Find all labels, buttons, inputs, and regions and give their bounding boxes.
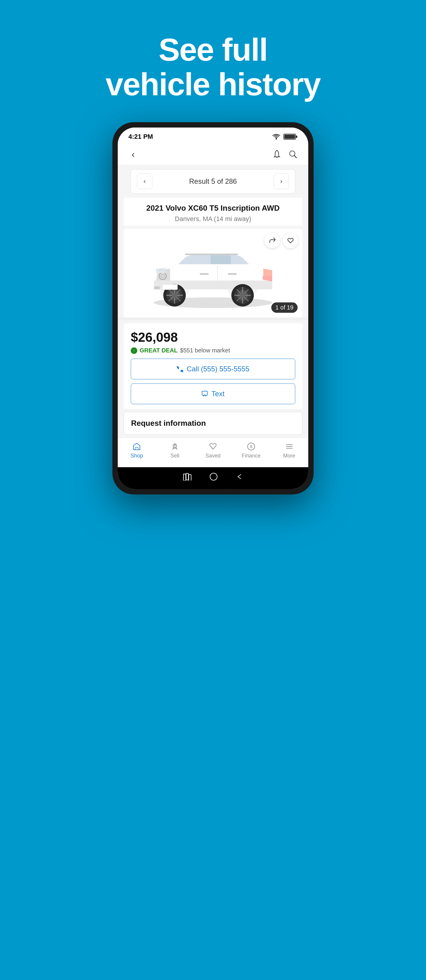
nav-more-label: More	[283, 453, 295, 459]
price-value: $26,098	[131, 330, 295, 345]
vehicle-location: Danvers, MA (14 mi away)	[130, 215, 296, 223]
status-bar: 4:21 PM	[118, 127, 308, 143]
svg-rect-3	[296, 135, 297, 138]
hero-text: See full vehicle history	[47, 33, 379, 102]
back-button[interactable]: ‹	[127, 148, 140, 161]
next-result-button[interactable]: ›	[273, 174, 289, 189]
divider1	[118, 318, 308, 320]
request-section[interactable]: Request information	[124, 412, 302, 435]
nav-shop[interactable]: Shop	[125, 442, 148, 459]
svg-rect-40	[183, 474, 186, 480]
price-section: $26,098 GREAT DEAL $551 below market	[124, 323, 302, 359]
svg-point-0	[276, 138, 277, 140]
svg-rect-30	[162, 284, 178, 290]
notification-button[interactable]	[270, 148, 283, 161]
prev-result-button[interactable]: ‹	[137, 174, 153, 189]
search-button[interactable]	[286, 148, 299, 161]
call-button[interactable]: Call (555) 555-5555	[131, 359, 295, 379]
nav-finance[interactable]: $ Finance	[239, 442, 263, 459]
phone-screen: 4:21 PM	[118, 127, 308, 489]
android-home-icon[interactable]	[210, 473, 218, 481]
call-label: Call (555) 555-5555	[187, 365, 250, 373]
svg-rect-31	[185, 254, 238, 255]
car-image-actions	[264, 233, 298, 248]
svg-point-21	[172, 293, 177, 298]
phone-container: 4:21 PM	[113, 122, 313, 495]
cta-section: Call (555) 555-5555 Text	[124, 359, 302, 409]
text-button[interactable]: Text	[131, 383, 295, 404]
svg-rect-43	[210, 473, 217, 480]
bottom-nav: Shop Sell Saved	[118, 438, 308, 467]
nav-sell[interactable]: Sell	[163, 442, 187, 459]
status-icons	[272, 133, 297, 140]
nav-more[interactable]: More	[278, 442, 301, 459]
battery-icon	[283, 133, 297, 140]
car-image-container: 1 of 19	[124, 229, 302, 318]
deal-sub: $551 below market	[180, 347, 230, 354]
text-label: Text	[211, 390, 224, 398]
svg-rect-42	[189, 475, 191, 480]
header-right	[270, 148, 299, 161]
share-button[interactable]	[264, 233, 280, 248]
result-nav: ‹ Result 5 of 286 ›	[131, 169, 295, 194]
nav-saved-label: Saved	[205, 453, 220, 459]
hero-section: See full vehicle history	[0, 0, 426, 122]
nav-shop-label: Shop	[130, 453, 143, 459]
phone-shell: 4:21 PM	[113, 122, 313, 495]
favorite-button[interactable]	[283, 233, 298, 248]
status-time: 4:21 PM	[129, 133, 153, 140]
android-bar	[118, 467, 308, 489]
svg-text:$: $	[250, 444, 252, 449]
deal-icon	[131, 347, 137, 354]
svg-rect-9	[228, 273, 237, 275]
vehicle-title: 2021 Volvo XC60 T5 Inscription AWD	[130, 204, 296, 213]
nav-finance-label: Finance	[242, 453, 261, 459]
svg-rect-8	[200, 273, 208, 275]
svg-line-5	[294, 156, 296, 158]
android-recent-icon[interactable]	[183, 473, 192, 480]
nav-sell-label: Sell	[170, 453, 179, 459]
android-back-icon[interactable]	[235, 473, 243, 480]
deal-badge: GREAT DEAL $551 below market	[131, 347, 295, 354]
svg-rect-2	[284, 135, 295, 139]
svg-rect-41	[186, 473, 188, 480]
deal-label: GREAT DEAL	[140, 347, 178, 354]
request-title: Request information	[131, 419, 295, 428]
wifi-icon	[272, 134, 280, 140]
image-counter: 1 of 19	[271, 302, 297, 313]
svg-point-29	[240, 293, 245, 298]
nav-saved[interactable]: Saved	[201, 442, 225, 459]
result-nav-container: ‹ Result 5 of 286 ›	[125, 169, 301, 194]
vehicle-info: 2021 Volvo XC60 T5 Inscription AWD Danve…	[124, 198, 302, 226]
result-text: Result 5 of 286	[189, 177, 237, 186]
app-header: ‹	[118, 143, 308, 165]
svg-rect-33	[135, 447, 138, 450]
